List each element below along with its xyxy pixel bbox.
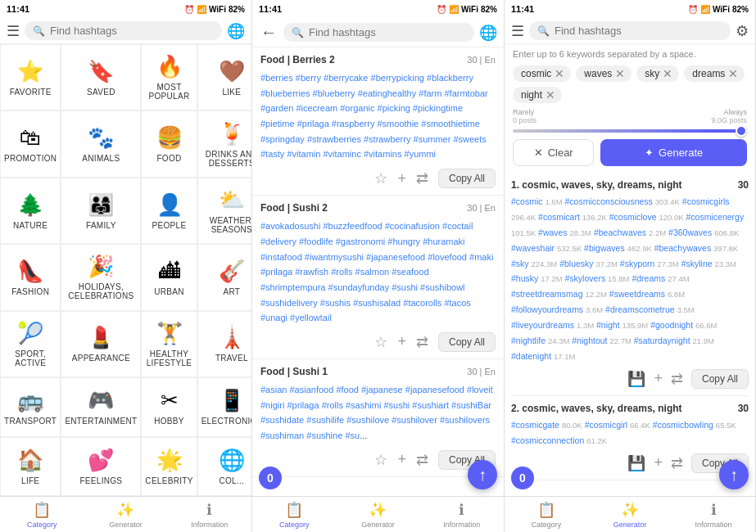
shuffle-btn[interactable]: ⇄ [416,333,428,351]
cat-item-entertainment[interactable]: 🎮 ENTERTAINMENT [61,377,141,436]
result-add-btn-2[interactable]: + [654,454,663,471]
clear-button[interactable]: ✕ Clear [513,139,594,166]
cat-item-appearance[interactable]: 💄 APPEARANCE [61,311,141,377]
food-card-count: 30 | En [467,55,496,65]
nav-generator-nav3[interactable]: ✨ Generator [588,497,672,532]
result-shuffle-btn-2[interactable]: ⇄ [671,454,683,472]
result-bookmark-btn-2[interactable]: 💾 [627,454,645,472]
add-btn[interactable]: + [397,333,406,350]
cat-item-family[interactable]: 👨‍👩‍👧 FAMILY [61,178,141,244]
fab-2[interactable]: ↑ [468,460,497,489]
result-hashtag: #skyporn [620,259,655,268]
cat-item-feelings[interactable]: 💕 FEELINGS [61,437,141,496]
cat-item-drinks_desserts[interactable]: 🍹 DRINKS AND DESSERTS [197,110,251,177]
chip-remove-cosmic[interactable]: ✕ [555,68,564,79]
nav-category-nav3[interactable]: 📋 Category [505,497,588,532]
chip-remove-waves[interactable]: ✕ [615,68,625,79]
search-input-wrap-3[interactable]: 🔍 [529,21,731,40]
result-bookmark-btn-1[interactable]: 💾 [627,370,645,388]
cat-item-promotion[interactable]: 🛍 PROMOTION [0,110,61,177]
bookmark-btn[interactable]: ☆ [374,333,387,351]
result-copy-all-btn-1[interactable]: Copy All [691,369,749,389]
nav-icon-category: 📋 [537,501,555,519]
result-hashtag: #cosmicgirls [682,196,730,206]
cat-item-holidays_celebrations[interactable]: 🎉 HOLIDAYS, CELEBRATIONS [61,244,141,310]
cat-icon-most_popular: 🔥 [156,54,183,79]
cat-item-art[interactable]: 🎸 ART [197,244,251,310]
cat-item-food[interactable]: 🍔 FOOD [141,110,197,177]
menu-icon-1[interactable]: ☰ [7,22,20,40]
globe-icon-2[interactable]: 🌐 [479,24,497,42]
cat-item-celebrity[interactable]: 🌟 CELEBRITY [141,437,197,496]
back-button[interactable]: ← [259,21,278,43]
bookmark-btn[interactable]: ☆ [374,451,387,469]
cat-item-travel[interactable]: 🗼 TRAVEL [197,311,251,377]
slider-wrap[interactable] [505,128,755,139]
search-input-2[interactable] [309,26,466,38]
bookmark-btn[interactable]: ☆ [374,169,387,187]
cat-item-sport_active[interactable]: 🎾 SPORT, ACTIVE [0,311,61,377]
cat-item-life[interactable]: 🏠 LIFE [0,437,61,496]
shuffle-btn[interactable]: ⇄ [416,169,428,187]
search-bar-1: ☰ 🔍 🌐 [0,18,251,44]
cat-item-animals[interactable]: 🐾 ANIMALS [61,110,141,177]
status-bar-1: 11:41 ⏰ 📶 WiFi 82% [0,0,251,18]
cat-icon-celebrity: 🌟 [156,448,183,473]
cat-item-most_popular[interactable]: 🔥 MOST POPULAR [141,44,197,110]
generate-button[interactable]: ✦ Generate [600,139,747,166]
result-hashtag: #followyourdreams [511,304,583,314]
cat-item-weather_seasons[interactable]: ⛅ WEATHER, SEASONS [197,178,251,244]
wifi-icon: WiFi [209,5,226,14]
cat-label-appearance: APPEARANCE [72,354,130,363]
cat-item-hobby[interactable]: ✂ HOBBY [141,377,197,436]
slider-thumb[interactable] [736,125,747,137]
result-hashtag: #dreamscometrue [605,304,675,314]
nav-label-generator: Generator [361,521,395,529]
search-input-wrap-2[interactable]: 🔍 [283,23,474,42]
battery-1: 82% [229,5,245,14]
cat-item-saved[interactable]: 🔖 SAVED [61,44,141,110]
nav-information-nav3[interactable]: ℹ Information [672,497,755,532]
copy-all-btn[interactable]: Copy All [438,169,496,188]
cat-item-nature[interactable]: 🌲 NATURE [0,178,61,244]
search-bar-2: ← 🔍 🌐 [252,18,504,47]
cat-item-like[interactable]: 🤎 LIKE [197,44,251,110]
cat-item-col[interactable]: 🌐 COL... [197,437,251,496]
cat-item-healthy_lifestyle[interactable]: 🏋 HEALTHY LIFESTYLE [141,311,197,377]
chip-remove-night[interactable]: ✕ [545,89,555,101]
result-shuffle-btn-1[interactable]: ⇄ [671,370,683,388]
search-input-3[interactable] [555,25,722,37]
menu-icon-3[interactable]: ☰ [511,22,524,40]
nav-category-nav1[interactable]: 📋 Category [0,497,84,532]
scroll-indicator[interactable]: 0 [259,467,282,489]
search-input-wrap-1[interactable]: 🔍 [25,21,222,40]
cat-item-transport[interactable]: 🚌 TRANSPORT [0,377,61,436]
shuffle-btn[interactable]: ⇄ [416,451,428,469]
result-add-btn-1[interactable]: + [654,370,663,387]
globe-icon-1[interactable]: 🌐 [227,22,245,40]
nav-generator-nav1[interactable]: ✨ Generator [84,497,167,532]
nav-category-nav2[interactable]: 📋 Category [252,497,336,532]
nav-generator-nav2[interactable]: ✨ Generator [336,497,419,532]
cat-icon-feelings: 💕 [88,448,114,473]
filter-icon[interactable]: ⚙ [736,22,749,40]
chip-remove-dreams[interactable]: ✕ [728,68,738,79]
cat-item-urban[interactable]: 🏙 URBAN [141,244,197,310]
search-input-1[interactable] [50,25,214,37]
nav-information-nav1[interactable]: ℹ Information [168,497,251,532]
fab-3[interactable]: ↑ [719,460,749,489]
status-icons-1: ⏰ 📶 WiFi 82% [184,5,245,14]
result-hashtag: #bigwaves [584,243,625,253]
cat-item-favorite[interactable]: ⭐ FAVORITE [0,44,61,110]
cat-item-fashion[interactable]: 👠 FASHION [0,244,61,310]
scroll-indicator-3[interactable]: 0 [511,467,534,489]
add-btn[interactable]: + [397,451,406,468]
food-list: Food | Berries 2 30 | En #berries #berry… [252,47,504,496]
cat-item-people[interactable]: 👤 PEOPLE [141,178,197,244]
chip-remove-sky[interactable]: ✕ [663,68,672,79]
copy-all-btn[interactable]: Copy All [438,332,496,352]
cat-item-electronics[interactable]: 📱 ELECTRONICS [197,377,251,436]
alarm-icon: ⏰ [184,5,194,14]
add-btn[interactable]: + [397,170,406,187]
nav-information-nav2[interactable]: ℹ Information [420,497,504,532]
